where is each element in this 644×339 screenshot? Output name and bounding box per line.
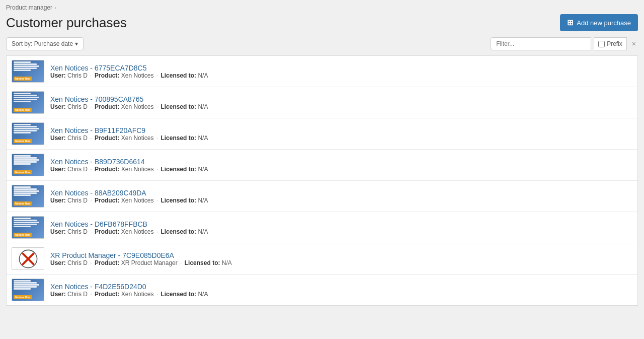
prefix-checkbox[interactable] — [598, 41, 605, 47]
separator: · — [90, 197, 94, 204]
user-label: User: — [50, 228, 66, 235]
product-label: Product: — [95, 197, 119, 204]
purchase-title[interactable]: Xen Notices - B9F11F20AFC9 — [50, 126, 145, 134]
licensed-to-label: Licensed to: — [185, 259, 220, 266]
separator2: · — [156, 228, 160, 235]
purchase-meta: User: Chris D · Product: Xen Notices · L… — [50, 166, 632, 173]
user-label: User: — [50, 259, 66, 266]
purchase-info: Xen Notices - 88AB209C49DA User: Chris D… — [50, 189, 632, 204]
plus-icon: ⊞ — [567, 18, 574, 27]
purchase-title[interactable]: Xen Notices - B89D736D6614 — [50, 158, 145, 166]
licensed-to-label: Licensed to: — [160, 134, 196, 142]
purchase-info: Xen Notices - D6FB678FFBCB User: Chris D… — [50, 220, 632, 235]
separator: · — [90, 291, 94, 298]
separator: · — [90, 166, 94, 173]
breadcrumb-link[interactable]: Product manager — [6, 4, 52, 11]
separator2: · — [156, 72, 160, 79]
sort-label: Sort by: Purchase date — [12, 40, 73, 47]
purchase-item[interactable]: Notices Now Xen Notices - 6775ECA7D8C5 U… — [7, 56, 637, 87]
add-button-label: Add new purchase — [577, 19, 631, 27]
separator2: · — [156, 197, 160, 204]
separator2: · — [156, 291, 160, 298]
product-thumbnail — [12, 247, 44, 270]
product-thumbnail: Notices Now — [12, 185, 44, 208]
licensed-to-label: Licensed to: — [160, 228, 196, 235]
separator: · — [90, 72, 94, 79]
purchase-item[interactable]: Notices Now Xen Notices - 88AB209C49DA U… — [7, 181, 637, 212]
purchase-meta: User: Chris D · Product: Xen Notices · L… — [50, 197, 632, 204]
prefix-text: Prefix — [607, 40, 622, 47]
separator2: · — [156, 103, 160, 110]
user-label: User: — [50, 72, 66, 79]
filter-area: Prefix × — [491, 37, 638, 50]
purchases-list: Notices Now Xen Notices - 6775ECA7D8C5 U… — [6, 55, 638, 306]
purchase-meta: User: Chris D · Product: Xen Notices · L… — [50, 103, 632, 110]
purchase-item[interactable]: XR Product Manager - 7C9E085D0E6A User: … — [7, 243, 637, 275]
purchase-info: Xen Notices - 700895CA8765 User: Chris D… — [50, 95, 632, 110]
sort-button[interactable]: Sort by: Purchase date ▾ — [6, 37, 84, 50]
user-label: User: — [50, 197, 66, 204]
purchase-title[interactable]: Xen Notices - 88AB209C49DA — [50, 189, 146, 197]
breadcrumb: Product manager › — [6, 4, 638, 11]
product-label: Product: — [95, 103, 119, 110]
user-label: User: — [50, 166, 66, 173]
page-title: Customer purchases — [6, 15, 127, 31]
separator2: · — [180, 259, 184, 266]
licensed-to-label: Licensed to: — [160, 291, 196, 298]
product-thumbnail: Notices Now — [12, 154, 44, 176]
prefix-label[interactable]: Prefix — [594, 37, 627, 50]
breadcrumb-chevron-icon: › — [54, 5, 56, 11]
purchase-title[interactable]: Xen Notices - 6775ECA7D8C5 — [50, 64, 146, 72]
purchase-meta: User: Chris D · Product: Xen Notices · L… — [50, 72, 632, 79]
purchase-item[interactable]: Notices Now Xen Notices - D6FB678FFBCB U… — [7, 212, 637, 243]
product-thumbnail: Notices Now — [12, 60, 44, 83]
product-label: Product: — [95, 259, 119, 266]
purchase-title[interactable]: Xen Notices - F4D2E56D24D0 — [50, 283, 146, 291]
purchase-meta: User: Chris D · Product: Xen Notices · L… — [50, 228, 632, 235]
purchase-meta: User: Chris D · Product: XR Product Mana… — [50, 259, 632, 266]
product-thumbnail: Notices Now — [12, 279, 44, 301]
add-purchase-button[interactable]: ⊞ Add new purchase — [560, 14, 638, 31]
purchase-item[interactable]: Notices Now Xen Notices - 700895CA8765 U… — [7, 87, 637, 118]
licensed-to-label: Licensed to: — [160, 166, 196, 173]
separator: · — [90, 103, 94, 110]
user-label: User: — [50, 134, 66, 142]
separator: · — [90, 259, 94, 266]
purchase-item[interactable]: Notices Now Xen Notices - B9F11F20AFC9 U… — [7, 118, 637, 150]
purchase-info: Xen Notices - 6775ECA7D8C5 User: Chris D… — [50, 64, 632, 79]
product-label: Product: — [95, 291, 119, 298]
product-thumbnail: Notices Now — [12, 91, 44, 114]
filter-input[interactable] — [491, 37, 591, 50]
product-label: Product: — [95, 228, 119, 235]
product-thumbnail: Notices Now — [12, 216, 44, 239]
separator: · — [90, 228, 94, 235]
separator2: · — [156, 134, 160, 142]
product-label: Product: — [95, 72, 119, 79]
licensed-to-label: Licensed to: — [160, 72, 196, 79]
purchase-meta: User: Chris D · Product: Xen Notices · L… — [50, 134, 632, 142]
separator: · — [90, 134, 94, 142]
purchase-meta: User: Chris D · Product: Xen Notices · L… — [50, 291, 632, 298]
user-label: User: — [50, 103, 66, 110]
purchase-info: Xen Notices - B89D736D6614 User: Chris D… — [50, 158, 632, 173]
purchase-title[interactable]: XR Product Manager - 7C9E085D0E6A — [50, 251, 174, 259]
purchase-info: Xen Notices - F4D2E56D24D0 User: Chris D… — [50, 283, 632, 298]
purchase-item[interactable]: Notices Now Xen Notices - F4D2E56D24D0 U… — [7, 275, 637, 305]
purchase-info: XR Product Manager - 7C9E085D0E6A User: … — [50, 251, 632, 266]
page-header: Customer purchases ⊞ Add new purchase — [6, 14, 638, 31]
product-thumbnail: Notices Now — [12, 122, 44, 145]
licensed-to-label: Licensed to: — [160, 197, 196, 204]
purchase-title[interactable]: Xen Notices - D6FB678FFBCB — [50, 220, 147, 228]
sort-dropdown-icon: ▾ — [75, 40, 78, 47]
user-label: User: — [50, 291, 66, 298]
purchase-title[interactable]: Xen Notices - 700895CA8765 — [50, 95, 143, 103]
clear-filter-button[interactable]: × — [630, 40, 638, 48]
product-label: Product: — [95, 166, 119, 173]
separator2: · — [156, 166, 160, 173]
purchase-info: Xen Notices - B9F11F20AFC9 User: Chris D… — [50, 126, 632, 142]
product-label: Product: — [95, 134, 119, 142]
licensed-to-label: Licensed to: — [160, 103, 196, 110]
purchase-item[interactable]: Notices Now Xen Notices - B89D736D6614 U… — [7, 150, 637, 181]
page-wrapper: Product manager › Customer purchases ⊞ A… — [0, 0, 644, 339]
toolbar: Sort by: Purchase date ▾ Prefix × — [6, 37, 638, 50]
